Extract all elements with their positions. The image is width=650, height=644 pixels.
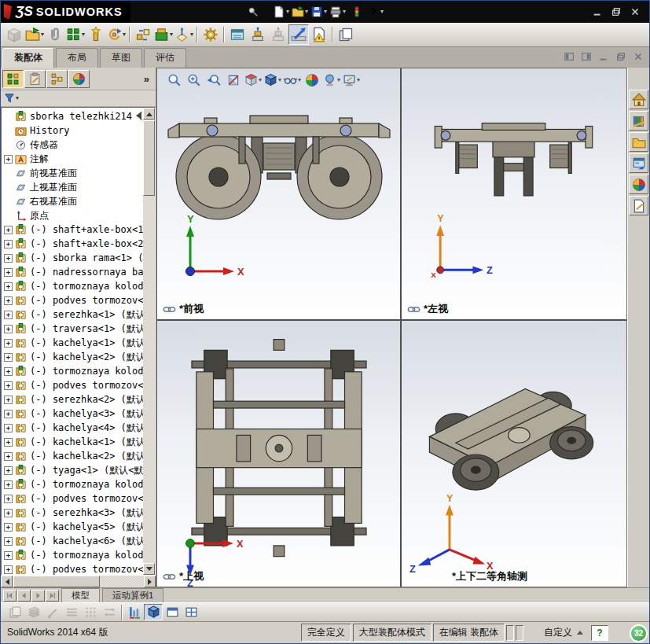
tree-item[interactable]: (-) tormoznaya kolodka<	[3, 548, 143, 562]
minimize-button[interactable]	[588, 5, 607, 19]
tree-vertical-scrollbar[interactable]	[143, 108, 155, 575]
dropdown-arrow-icon[interactable]: ▾	[298, 77, 301, 83]
tree-item[interactable]: (-) podves tormozov<3>	[3, 491, 143, 506]
expand-toggle-icon[interactable]	[4, 551, 13, 560]
expand-toggle-icon[interactable]	[4, 537, 13, 546]
tree-item-origin[interactable]: 原点	[3, 208, 143, 223]
scroll-up-button[interactable]	[143, 108, 155, 120]
split-pane-right-button[interactable]	[578, 50, 594, 63]
design-library-button[interactable]	[629, 111, 648, 131]
view-orientation-button[interactable]: ▾	[244, 71, 263, 90]
hide-show-items-button[interactable]: ▾	[283, 71, 302, 90]
expand-toggle-icon[interactable]	[4, 480, 13, 489]
save-button[interactable]: ▾	[310, 3, 329, 20]
view-settings-button[interactable]: ▾	[342, 71, 361, 90]
split-four-button[interactable]	[182, 604, 200, 620]
dropdown-arrow-icon[interactable]: ▾	[190, 31, 193, 38]
shaded-view-button[interactable]	[144, 604, 163, 620]
insert-component-button[interactable]	[4, 24, 24, 45]
expand-toggle-icon[interactable]	[4, 424, 13, 432]
expand-toggle-icon[interactable]	[4, 339, 13, 348]
scroll-right-button[interactable]	[144, 576, 156, 587]
open-document-button[interactable]: ▾	[291, 3, 310, 20]
menu-item[interactable]	[145, 9, 159, 15]
dropdown-arrow-icon[interactable]: ▾	[82, 31, 85, 38]
large-design-review-button[interactable]	[336, 24, 356, 45]
line-format-button[interactable]	[62, 604, 81, 620]
assembly-features-button[interactable]: ▾	[153, 24, 174, 45]
view-palette-button[interactable]	[629, 153, 648, 173]
tree-item-top-plane[interactable]: 上视基准面	[3, 180, 143, 194]
tree-item[interactable]: (-) kachelya<6> (默认<<	[3, 534, 143, 548]
tree-horizontal-scrollbar[interactable]	[1, 576, 156, 587]
exploded-view-button[interactable]	[248, 24, 268, 45]
reference-geometry-button[interactable]: ▾	[174, 24, 194, 45]
file-explorer-button[interactable]	[629, 132, 648, 152]
menu-item[interactable]	[187, 9, 201, 15]
viewport-left[interactable]: Y Z X *左视	[402, 68, 626, 319]
viewport-top[interactable]: X Z *上视	[157, 321, 400, 587]
expand-toggle-icon[interactable]	[4, 410, 13, 418]
dropdown-arrow-icon[interactable]: ▾	[305, 9, 308, 15]
dropdown-arrow-icon[interactable]: ▾	[259, 77, 262, 83]
open-component-button[interactable]: ▾	[24, 24, 45, 45]
expand-toggle-icon[interactable]	[4, 396, 13, 404]
menu-item[interactable]	[173, 9, 187, 15]
customize-statusbar[interactable]: 自定义	[544, 626, 572, 639]
display-style-button[interactable]: ▾	[263, 71, 282, 90]
expand-toggle-icon[interactable]	[4, 311, 13, 319]
annotate-button[interactable]	[43, 604, 62, 620]
restore-button[interactable]	[607, 5, 626, 19]
tree-item-annotations[interactable]: 注解	[3, 152, 143, 166]
featuremanager-tab-button[interactable]	[2, 70, 24, 88]
assembly-visualization-button[interactable]	[309, 24, 329, 45]
help-button[interactable]: ▾	[366, 3, 385, 20]
menu-item[interactable]	[215, 9, 230, 15]
instant3d-button[interactable]	[288, 24, 309, 45]
expand-toggle-icon[interactable]	[4, 325, 13, 333]
dropdown-arrow-icon[interactable]: ▾	[16, 95, 19, 101]
dropdown-arrow-icon[interactable]: ▾	[324, 9, 327, 15]
more-tabs-chevron[interactable]: »	[139, 73, 154, 85]
timeline-chart-button[interactable]	[125, 604, 144, 620]
dropdown-arrow-icon[interactable]: ▾	[380, 9, 384, 15]
tree-root-item[interactable]: sborka telezhki214 (默认<	[3, 109, 143, 123]
expand-toggle-icon[interactable]	[4, 523, 13, 532]
pin-menu-button[interactable]	[245, 4, 261, 20]
split-pane-left-button[interactable]	[561, 50, 577, 63]
expand-toggle-icon[interactable]	[4, 155, 13, 164]
dropdown-arrow-icon[interactable]: ▾	[123, 31, 126, 38]
scrollbar-thumb[interactable]	[13, 576, 100, 587]
tab-assembly[interactable]: 装配体	[2, 48, 54, 68]
tree-item[interactable]: (-) shaft+axle-box<2> (	[3, 237, 143, 251]
tree-item[interactable]: (-) kachelya<3> (默认<<	[3, 407, 143, 421]
new-document-button[interactable]: ▾	[272, 3, 291, 20]
tree-item[interactable]: (-) sborka rama<1> (默认	[3, 251, 143, 265]
dropdown-arrow-icon[interactable]: ▾	[337, 77, 340, 83]
tree-item[interactable]: (-) tormoznaya kolodka<	[3, 279, 143, 293]
tree-item-front-plane[interactable]: 前视基准面	[3, 166, 143, 180]
tab-layout[interactable]: 布局	[56, 48, 98, 68]
explode-line-sketch-button[interactable]	[268, 24, 288, 45]
last-tab-button[interactable]	[46, 590, 59, 602]
statusbar-up-arrow-icon[interactable]	[577, 627, 583, 635]
home-tab-button[interactable]	[629, 90, 648, 109]
tab-motion-study[interactable]: 运动算例1	[102, 588, 163, 602]
tree-item[interactable]: (-) traversa<1> (默认<默	[3, 322, 143, 336]
tree-item[interactable]: (-) tormoznaya kolodka<	[3, 477, 143, 491]
sheet-set-button[interactable]	[6, 604, 24, 620]
dropdown-arrow-icon[interactable]: ▾	[357, 77, 360, 83]
tree-item-history[interactable]: History	[3, 123, 143, 138]
displaymanager-tab-button[interactable]	[68, 70, 90, 88]
collapse-panel-button[interactable]	[136, 112, 141, 120]
filter-icon[interactable]	[4, 93, 15, 104]
mate-button[interactable]	[45, 24, 65, 45]
notification-badge[interactable]: 32	[630, 624, 648, 642]
expand-toggle-icon[interactable]	[4, 240, 13, 248]
show-hidden-components-button[interactable]	[133, 24, 153, 45]
zoom-to-fit-button[interactable]	[165, 71, 184, 90]
tree-item[interactable]: (-) kachelya<4> (默认<<	[3, 421, 143, 435]
tree-item[interactable]: (-) podves tormozov<2>	[3, 378, 143, 392]
menu-item[interactable]	[159, 9, 173, 15]
bill-of-materials-button[interactable]	[227, 24, 248, 45]
